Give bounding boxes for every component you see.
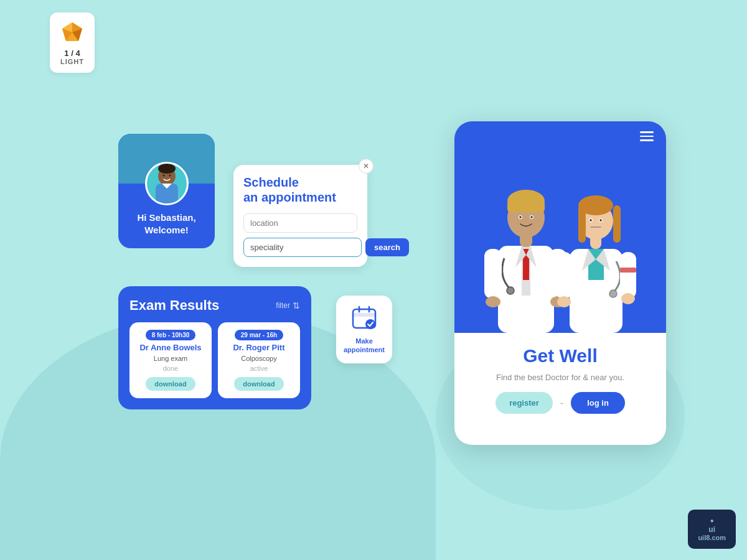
- svg-point-41: [557, 296, 571, 307]
- filter-icon: ⇅: [293, 301, 300, 310]
- hamburger-menu[interactable]: [640, 131, 654, 141]
- avatar-image: [148, 162, 186, 203]
- exam-result-item: 8 feb - 10h30 Dr Anne Bowels Lung exam d…: [129, 322, 212, 398]
- search-button[interactable]: search: [365, 238, 409, 256]
- exam-header: Exam Results filter ⇅: [129, 297, 300, 314]
- location-input[interactable]: [243, 213, 357, 233]
- watermark-dot: ●: [698, 517, 726, 524]
- download-button[interactable]: download: [234, 377, 283, 391]
- svg-rect-48: [613, 205, 621, 243]
- svg-rect-40: [620, 252, 636, 299]
- exam-results-card: Exam Results filter ⇅ 8 feb - 10h30 Dr A…: [118, 286, 311, 409]
- exam-date-badge: 29 mar - 16h: [235, 330, 283, 340]
- svg-point-17: [365, 319, 375, 329]
- watermark-site: ui: [698, 525, 726, 534]
- svg-point-24: [486, 296, 500, 307]
- sketch-theme: LIGHT: [60, 58, 84, 65]
- doctors-illustration: [461, 146, 660, 333]
- exam-result-item: 29 mar - 16h Dr. Roger Pitt Colposcopy a…: [218, 322, 300, 398]
- make-appointment-card[interactable]: Make appointment: [336, 296, 392, 363]
- svg-point-31: [519, 216, 522, 218]
- menu-line: [640, 139, 654, 141]
- svg-rect-14: [353, 313, 375, 317]
- svg-rect-43: [620, 268, 636, 273]
- exam-date-badge: 8 feb - 10h30: [146, 330, 196, 340]
- svg-point-33: [530, 216, 533, 218]
- exam-doctor: Dr. Roger Pitt: [233, 343, 284, 352]
- svg-point-52: [599, 219, 602, 222]
- svg-point-9: [158, 164, 176, 174]
- svg-point-21: [507, 287, 514, 294]
- svg-rect-47: [578, 205, 586, 243]
- svg-rect-39: [556, 252, 572, 299]
- profile-card-top: [118, 134, 215, 184]
- get-well-title: Get Well: [523, 345, 597, 366]
- register-button[interactable]: register: [496, 392, 553, 414]
- phone-mockup: Get Well Find the best Doctor for & near…: [454, 121, 666, 445]
- sketch-badge: 1 / 4 LIGHT: [50, 12, 95, 73]
- sketch-count: 1 / 4: [64, 49, 80, 58]
- menu-line: [640, 131, 654, 133]
- menu-line: [640, 136, 654, 138]
- phone-bottom-section: Get Well Find the best Doctor for & near…: [454, 333, 666, 426]
- watermark-domain: uil8.com: [698, 534, 726, 541]
- phone-top-section: [454, 121, 666, 333]
- svg-point-11: [169, 175, 171, 177]
- exam-type: Lung exam: [154, 355, 187, 362]
- sketch-icon: [60, 20, 85, 45]
- separator: -: [560, 398, 563, 409]
- get-well-subtitle: Find the best Doctor for & near you.: [496, 373, 624, 382]
- svg-rect-29: [507, 201, 545, 212]
- download-button[interactable]: download: [146, 377, 195, 391]
- calendar-check-icon: [350, 304, 378, 332]
- exam-results-row: 8 feb - 10h30 Dr Anne Bowels Lung exam d…: [129, 322, 300, 398]
- svg-point-42: [621, 293, 635, 304]
- watermark: ● ui uil8.com: [688, 510, 736, 549]
- speciality-input[interactable]: [243, 238, 362, 257]
- close-button[interactable]: ✕: [359, 159, 374, 174]
- exam-status: done: [163, 365, 178, 372]
- profile-card: Hi Sebastian, Welcome!: [118, 134, 215, 248]
- login-button[interactable]: log in: [571, 392, 625, 414]
- svg-point-38: [609, 290, 617, 297]
- doctors-svg: [461, 152, 660, 333]
- phone-buttons: register - log in: [496, 392, 625, 414]
- svg-point-50: [590, 219, 592, 222]
- appointment-label: Make appointment: [344, 337, 385, 355]
- schedule-title: Schedule an appointment: [243, 175, 357, 205]
- profile-greeting: Hi Sebastian, Welcome!: [118, 212, 215, 236]
- exam-status: active: [250, 365, 268, 372]
- schedule-row: search: [243, 238, 357, 257]
- schedule-card: ✕ Schedule an appointment search: [233, 165, 367, 267]
- exam-doctor: Dr Anne Bowels: [139, 343, 201, 352]
- filter-control[interactable]: filter ⇅: [276, 301, 300, 310]
- exam-type: Colposcopy: [241, 355, 276, 362]
- exam-title: Exam Results: [129, 297, 219, 314]
- svg-rect-22: [484, 249, 502, 299]
- avatar: [145, 162, 189, 205]
- svg-point-10: [162, 175, 164, 177]
